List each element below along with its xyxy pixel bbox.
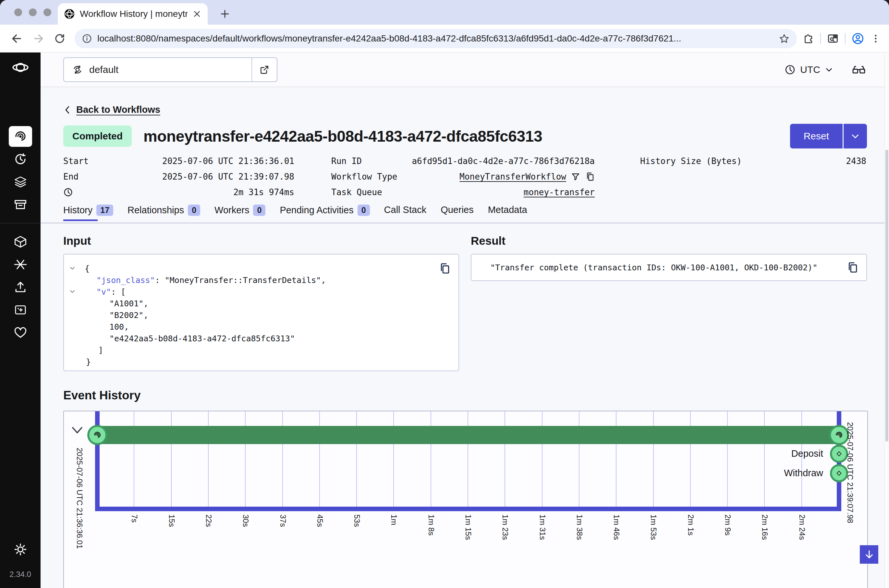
timeline-collapse-chevron-icon[interactable] [71, 426, 84, 435]
back-icon[interactable] [8, 30, 26, 48]
collapse-chevron-icon[interactable] [69, 288, 75, 295]
url-text[interactable]: localhost:8080/namespaces/default/workfl… [97, 33, 773, 44]
app-sidebar: 2.34.0 [0, 52, 41, 588]
sidebar-item-docs[interactable] [9, 298, 32, 321]
code-line: 100, [83, 321, 439, 333]
tab-label: Queries [441, 204, 474, 215]
toolbar-divider [820, 33, 821, 44]
code-line: "v": [ [83, 286, 439, 298]
breadcrumb: Back to Workflows [63, 104, 867, 115]
reload-icon[interactable] [51, 30, 69, 48]
tab-metadata[interactable]: Metadata [488, 204, 527, 220]
input-result-section: Input { "json_class": "MoneyTransfer::Tr… [63, 234, 867, 371]
reset-split-button: Reset [790, 124, 867, 148]
tab-count-badge: 0 [188, 204, 200, 216]
sidebar-item-workflows[interactable] [9, 126, 32, 147]
window-close-button[interactable] [14, 8, 22, 16]
deposit-row-label: Deposit [726, 448, 823, 459]
page-scrollbar[interactable] [884, 52, 889, 588]
code-line: { [83, 263, 439, 274]
labs-glasses-icon[interactable] [851, 62, 866, 77]
new-tab-button[interactable] [217, 6, 233, 22]
tab-close-icon[interactable] [193, 10, 201, 18]
filter-funnel-icon[interactable] [571, 172, 581, 182]
reset-button[interactable]: Reset [790, 124, 842, 148]
browser-tab[interactable]: Workflow History | moneytran [58, 3, 208, 25]
url-bar[interactable]: localhost:8080/namespaces/default/workfl… [75, 29, 797, 48]
scrollbar-thumb[interactable] [885, 150, 888, 441]
scroll-to-bottom-button[interactable] [860, 545, 878, 564]
sidebar-item-import[interactable] [9, 276, 32, 298]
tab-workers[interactable]: Workers 0 [214, 204, 265, 220]
code-line: } [83, 356, 439, 368]
task-queue-link[interactable]: money-transfer [523, 188, 595, 197]
tab-label: Relationships [128, 205, 184, 216]
workflow-type-label: Workflow Type [331, 172, 397, 182]
tab-call-stack[interactable]: Call Stack [384, 204, 427, 220]
temporal-logo-icon[interactable] [12, 61, 29, 74]
axis-tick: 2m 1s [686, 514, 695, 536]
workflow-tabs: History 17 Relationships 0 Workers 0 Pen… [41, 204, 889, 224]
axis-tick: 1m 38s [575, 514, 584, 540]
window-controls[interactable] [14, 8, 51, 16]
tab-relationships[interactable]: Relationships 0 [128, 204, 200, 220]
input-heading: Input [63, 234, 459, 249]
copy-icon[interactable] [585, 172, 595, 182]
json-key: "v" [96, 287, 111, 297]
detail-row-duration: 2m 31s 974ms [63, 184, 294, 200]
detail-row-run-id: Run ID a6fd95d1-da0c-4d2e-a77c-786f3d762… [331, 153, 595, 169]
page-title: moneytransfer-e4242aa5-b08d-4183-a472-df… [143, 128, 542, 145]
detail-row-workflow-type: Workflow Type MoneyTransferWorkflow [331, 169, 595, 184]
history-size-label: History Size (Bytes) [640, 156, 742, 166]
status-badge: Completed [63, 126, 132, 147]
clock-icon [785, 64, 796, 75]
sidebar-item-feedback-heart[interactable] [9, 321, 32, 344]
duration-value: 2m 31s 974ms [233, 188, 294, 197]
namespace-external-link-button[interactable] [251, 58, 277, 81]
bookmark-star-icon[interactable] [779, 33, 790, 44]
extensions-icon[interactable] [803, 33, 814, 44]
collapse-chevron-icon[interactable] [69, 265, 75, 271]
toolbar-actions [803, 32, 881, 45]
namespace-selector[interactable]: default [63, 57, 277, 82]
tab-pending-activities[interactable]: Pending Activities 0 [280, 204, 370, 220]
window-minimize-button[interactable] [29, 8, 37, 16]
site-info-icon[interactable] [82, 33, 92, 44]
sidebar-item-deployments[interactable] [9, 171, 32, 193]
workflow-execution-span[interactable] [97, 426, 839, 444]
copy-icon[interactable] [438, 262, 451, 274]
namespace-selector-main[interactable]: default [64, 64, 251, 75]
input-code-panel: { "json_class": "MoneyTransfer::Transfer… [63, 254, 459, 371]
axis-tick: 1m [390, 514, 399, 525]
tab-queries[interactable]: Queries [441, 204, 474, 220]
menu-kebab-icon[interactable] [870, 33, 881, 44]
profile-icon[interactable] [851, 32, 864, 45]
json-key: "json_class" [96, 276, 155, 285]
forward-icon[interactable] [29, 30, 47, 48]
code-line: "json_class": "MoneyTransfer::TransferDe… [83, 274, 439, 286]
sidebar-item-schedules[interactable] [9, 148, 32, 171]
code-line: ] [83, 345, 439, 356]
reset-menu-caret-button[interactable] [844, 124, 867, 148]
timezone-selector[interactable]: UTC [785, 64, 833, 75]
withdraw-row-label: Withdraw [726, 468, 823, 478]
side-panel-search-icon[interactable] [827, 32, 839, 45]
sidebar-item-namespaces[interactable] [9, 231, 32, 253]
axis-tick: 37s [278, 514, 287, 527]
axis-tick: 1m 8s [427, 514, 436, 536]
theme-toggle-sun-icon[interactable] [9, 538, 32, 561]
sidebar-item-batch-operations[interactable] [9, 193, 32, 216]
favicon-temporal [64, 9, 75, 19]
back-to-workflows-link[interactable]: Back to Workflows [76, 104, 160, 115]
workflow-title-row: Completed moneytransfer-e4242aa5-b08d-41… [63, 123, 867, 149]
window-zoom-button[interactable] [44, 8, 51, 16]
copy-icon[interactable] [846, 261, 859, 274]
code-line: "e4242aa5-b08d-4183-a472-dfca85fc6313" [83, 333, 439, 345]
sidebar-item-nexus[interactable] [9, 253, 32, 276]
axis-tick: 45s [315, 514, 325, 527]
tab-history[interactable]: History 17 [63, 204, 113, 220]
workflow-type-link[interactable]: MoneyTransferWorkflow [459, 172, 566, 182]
workflow-start-event-dot[interactable] [87, 425, 107, 445]
axis-tick: 1m 23s [501, 514, 510, 540]
app-topbar: default UTC [41, 52, 889, 87]
